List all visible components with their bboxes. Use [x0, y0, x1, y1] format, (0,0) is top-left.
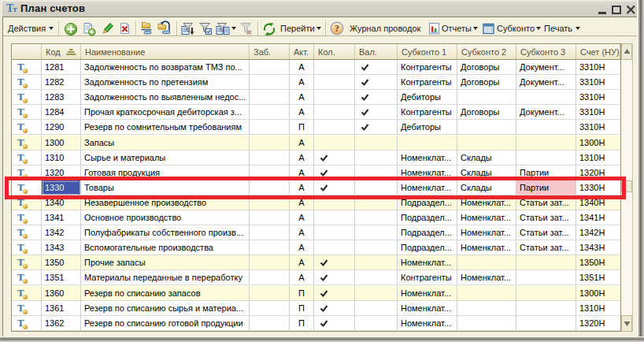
- svg-text:?: ?: [335, 23, 339, 34]
